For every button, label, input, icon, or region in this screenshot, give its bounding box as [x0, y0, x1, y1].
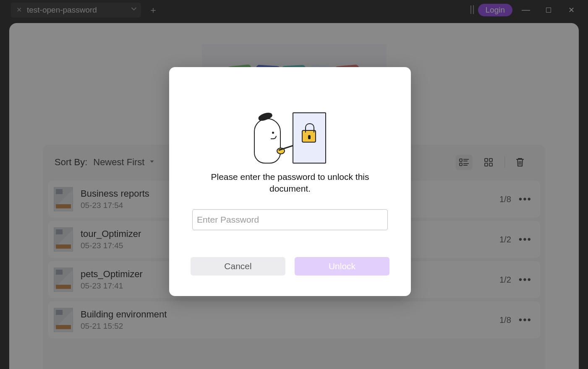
modal-illustration [248, 92, 332, 164]
password-modal: Please enter the password to unlock this… [169, 67, 411, 296]
modal-actions: Cancel Unlock [190, 257, 390, 275]
modal-message: Please enter the password to unlock this… [206, 171, 374, 195]
unlock-button[interactable]: Unlock [295, 257, 389, 275]
character-icon [254, 118, 281, 164]
lock-icon [302, 130, 316, 143]
locked-document-icon [293, 112, 326, 164]
password-input[interactable] [192, 209, 388, 230]
cancel-button[interactable]: Cancel [191, 257, 285, 275]
